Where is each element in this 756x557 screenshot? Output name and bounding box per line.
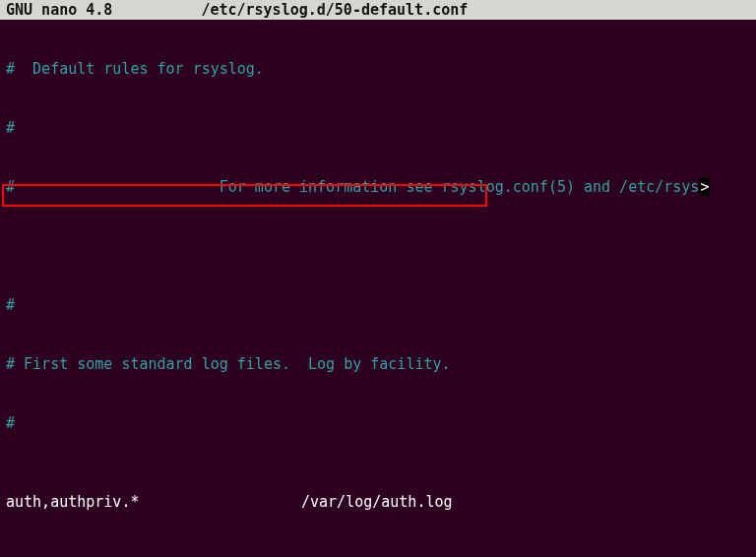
file-path: /etc/rsyslog.d/50-default.conf [112, 0, 750, 20]
app-name: GNU nano 4.8 [6, 0, 112, 20]
nano-titlebar: GNU nano 4.8 /etc/rsyslog.d/50-default.c… [0, 0, 756, 20]
line-overflow-indicator: > [699, 178, 710, 196]
text-line: # [6, 118, 750, 138]
text-line: # [6, 413, 750, 433]
text-line: # [6, 295, 750, 315]
text-line: # First some standard log files. Log by … [6, 354, 750, 374]
text-line: # Default rules for rsyslog. [6, 59, 750, 79]
text-line: auth,authpriv.*/var/log/auth.log [6, 492, 750, 512]
editor-content[interactable]: # Default rules for rsyslog. # # For mor… [0, 20, 756, 557]
nano-shortcut-bar: ^GGet Help ^OWrite Out ^WWhere Is ^KCut … [0, 518, 756, 557]
text-line: # For more information see rsyslog.conf(… [6, 177, 750, 197]
text-line [6, 236, 750, 256]
